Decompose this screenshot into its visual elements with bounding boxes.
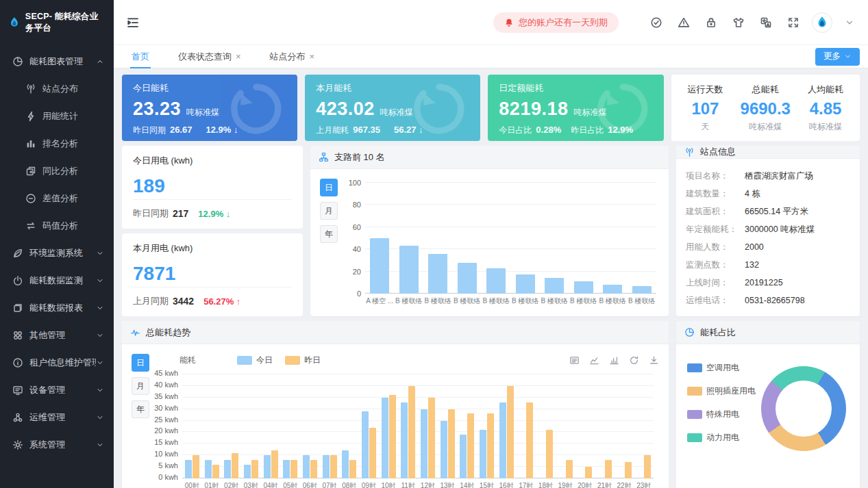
stat-label: 总能耗 [735, 84, 795, 96]
bar [369, 428, 376, 478]
x-tick-label: 07时 [320, 481, 340, 488]
refresh-icon[interactable] [629, 355, 639, 365]
site-info-value: 3000000 吨标准煤 [745, 224, 815, 235]
site-info-label: 年定额能耗： [686, 224, 745, 235]
x-tick-label: B 楼联络 [540, 296, 569, 306]
collapse-menu-icon[interactable] [126, 16, 140, 29]
branch-chart: 020406080100A 楼空 ...B 楼联络B 楼联络B 楼联络B 楼联络… [338, 169, 669, 316]
bar [251, 460, 258, 478]
swap-icon [25, 220, 36, 231]
bar [448, 409, 455, 478]
tab-仪表状态查询[interactable]: 仪表状态查询× [173, 45, 247, 68]
sidebar-item-energy-data-report[interactable]: 能耗数据报表 [0, 294, 114, 322]
donut-chart-body: 空调用电照明插座用电特殊用电动力用电 [676, 344, 860, 488]
x-tick-label: B 楼联络 [482, 296, 511, 306]
legend-item-昨日[interactable]: 昨日 [285, 355, 321, 366]
linechart-icon[interactable] [589, 355, 599, 365]
legend-swatch [687, 410, 702, 419]
stat-人均能耗: 人均能耗4.85吨标准煤 [795, 84, 856, 133]
y-tick-label: 0 [357, 290, 361, 298]
sidebar-item-energy-data-monitoring[interactable]: 能耗数据监测 [0, 267, 114, 294]
tabs: 首页仪表状态查询×站点分布× [126, 45, 338, 68]
sidebar-item-site-distribution[interactable]: 站点分布 [0, 75, 114, 103]
chevron-down-icon [96, 441, 104, 449]
bar [632, 286, 652, 294]
sidebar-item-difference-analysis[interactable]: 差值分析 [0, 185, 114, 212]
y-tick-label: 20 kwh [154, 426, 178, 435]
sidebar-item-env-monitoring[interactable]: 环境监测系统 [0, 240, 114, 267]
site-info-row: 项目名称：栖霞湖滨财富广场 [686, 167, 850, 185]
donut-column: 能耗占比 空调用电照明插座用电特殊用电动力用电 [676, 321, 860, 488]
sidebar-item-ranking-analysis[interactable]: 排名分析 [0, 130, 114, 157]
trend-toggle-年[interactable]: 年 [132, 400, 149, 418]
legend-item-空调用电[interactable]: 空调用电 [687, 362, 756, 374]
trend-toggle-日[interactable]: 日 [132, 354, 149, 372]
bar [499, 402, 506, 478]
tab-首页[interactable]: 首页 [126, 45, 155, 68]
sidebar-item-system-mgmt[interactable]: 系统管理 [0, 431, 114, 459]
header-icons [650, 16, 799, 29]
sidebar-item-other-mgmt[interactable]: 其他管理 [0, 322, 114, 349]
warning-triangle-icon[interactable] [678, 16, 690, 29]
lock-icon[interactable] [705, 16, 717, 29]
y-tick-label: 80 [353, 201, 361, 209]
tab-close-icon[interactable]: × [236, 52, 241, 61]
branch-toggle-日[interactable]: 日 [320, 179, 338, 196]
app-logo: SECP- 能耗综合业务平台 [0, 0, 114, 45]
sidebar-item-label: 运维管理 [29, 411, 96, 424]
stat-label: 运行天数 [675, 84, 736, 96]
tab-close-icon[interactable]: × [310, 52, 315, 61]
legend-item-今日[interactable]: 今日 [237, 355, 273, 366]
minus-circle-icon [25, 193, 36, 204]
tshirt-icon[interactable] [732, 16, 745, 29]
branch-toggle-月[interactable]: 月 [320, 202, 338, 220]
flame-logo-icon [8, 15, 21, 30]
fullscreen-icon[interactable] [787, 16, 799, 29]
account-expiry-alert[interactable]: 您的账户还有一天到期 [493, 12, 619, 33]
sidebar-item-code-value-analysis[interactable]: 码值分析 [0, 212, 114, 240]
bar [271, 450, 278, 478]
x-tick-label: 03时 [241, 481, 261, 488]
download-icon[interactable] [649, 355, 659, 365]
branch-toggle-年[interactable]: 年 [320, 225, 338, 243]
middle-row: 今日用电 (kwh) 189 昨日同期 217 12.9% ↓ 本月用电 (kw… [122, 146, 860, 316]
sidebar-item-label: 能耗图表管理 [29, 55, 96, 68]
legend-item-照明插座用电[interactable]: 照明插座用电 [687, 385, 756, 397]
x-tick-label: B 楼联络 [511, 296, 541, 306]
legend-swatch [687, 363, 702, 372]
dataview-icon[interactable] [569, 355, 580, 365]
more-button[interactable]: 更多 [815, 48, 860, 66]
tab-label: 仪表状态查询 [178, 51, 232, 63]
sidebar-item-energy-chart-mgmt[interactable]: 能耗图表管理 [0, 48, 114, 75]
sidebar-item-device-mgmt[interactable]: 设备管理 [0, 376, 114, 404]
sidebar-item-yoy-analysis[interactable]: 同比分析 [0, 157, 114, 185]
bar-group-19时 [556, 374, 575, 478]
footer-value: 217 [173, 208, 188, 219]
sidebar-item-label: 能耗数据监测 [29, 274, 96, 287]
chevron-down-icon[interactable] [845, 18, 854, 27]
tab-站点分布[interactable]: 站点分布× [264, 45, 321, 68]
sidebar-item-tenant-info-mgmt[interactable]: 租户信息维护管理 [0, 349, 114, 376]
kpi-card-日定额能耗: 日定额能耗8219.18吨标准煤今日占比0.28%昨日占比12.9% [488, 75, 663, 141]
sidebar-item-label: 系统管理 [29, 439, 96, 451]
month-electric-card: 本月用电 (kwh) 7871 上月同期 3442 56.27% ↑ [122, 233, 303, 316]
panel-header: 总能耗趋势 [122, 321, 669, 344]
sidebar-item-energy-usage-stats[interactable]: 用能统计 [0, 103, 114, 130]
card-footer: 上月同期 3442 56.27% ↑ [133, 287, 292, 307]
translate-icon[interactable] [760, 16, 772, 29]
trend-toggle-月[interactable]: 月 [132, 377, 149, 395]
sidebar-item-label: 租户信息维护管理 [29, 357, 96, 369]
avatar[interactable] [812, 12, 832, 33]
sidebar-item-ops-mgmt[interactable]: 运维管理 [0, 404, 114, 431]
legend-item-动力用电[interactable]: 动力用电 [687, 432, 756, 444]
chevron-down-icon [96, 304, 104, 312]
barchart-icon[interactable] [609, 355, 619, 365]
x-tick-label: 16时 [497, 481, 517, 488]
bar [244, 465, 251, 478]
bar-group-12时 [418, 374, 438, 478]
x-tick-label: 18时 [536, 481, 556, 488]
yaxis-name: 能耗 [179, 355, 196, 366]
check-circle-icon[interactable] [650, 16, 662, 29]
footer-label: 昨日同期 [133, 207, 169, 220]
legend-item-特殊用电[interactable]: 特殊用电 [687, 409, 756, 420]
